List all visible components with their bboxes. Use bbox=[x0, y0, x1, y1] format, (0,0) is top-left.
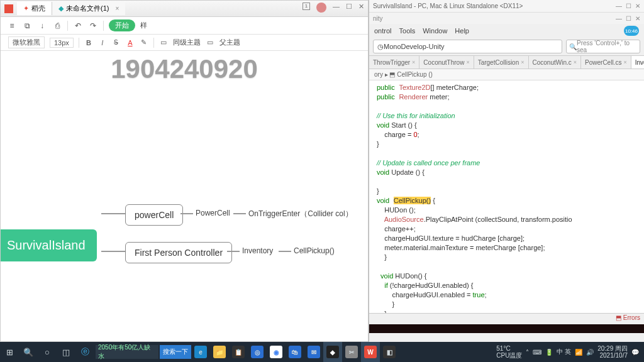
app2-icon[interactable]: ◎ bbox=[248, 342, 267, 362]
cortana-icon[interactable]: ○ bbox=[38, 342, 57, 362]
minimize-icon[interactable]: — bbox=[333, 3, 340, 13]
time-badge: 10:46 bbox=[624, 26, 639, 36]
tab-throwtrigger[interactable]: ThrowTrigger× bbox=[369, 56, 419, 69]
minimize-icon[interactable]: — bbox=[616, 15, 622, 22]
copy-icon[interactable]: ⧉ bbox=[22, 21, 32, 31]
search-button[interactable]: 搜索一下 bbox=[160, 345, 191, 359]
unity-titlebar: SurvivalIsland - PC, Mac & Linux Standal… bbox=[369, 0, 644, 13]
close-icon[interactable]: ✕ bbox=[358, 3, 364, 13]
menu-tools[interactable]: Tools bbox=[399, 27, 416, 35]
node-icon[interactable]: ▭ bbox=[159, 38, 168, 47]
wps-format-bar: 微软雅黑 13px B I S̶ A ✎ ▭ 同级主题 ▭ 父主题 bbox=[1, 35, 368, 51]
system-tray: 51°CCPU温度 ˄ ⌨ 🔋 中 英 📶 🔊 20:29 周四2021/10/… bbox=[491, 345, 644, 359]
tray-up-icon[interactable]: ˄ bbox=[526, 349, 529, 356]
undo-icon[interactable]: ↶ bbox=[73, 21, 83, 31]
minimize-icon[interactable]: — bbox=[616, 3, 622, 9]
unity-icon[interactable]: ◆ bbox=[323, 342, 342, 362]
wps-logo-icon bbox=[4, 4, 13, 13]
sibling-topic[interactable]: 同级主题 bbox=[173, 38, 201, 47]
wifi-icon[interactable]: 📶 bbox=[575, 349, 582, 356]
errors-panel[interactable]: ⬒ Errors bbox=[369, 313, 644, 324]
taskview-icon[interactable]: ◫ bbox=[57, 342, 75, 362]
cpu-temp[interactable]: 51°CCPU温度 bbox=[496, 345, 522, 359]
app1-icon[interactable]: 📋 bbox=[229, 342, 248, 362]
mail-icon[interactable]: ✉ bbox=[304, 342, 323, 362]
menu-window[interactable]: Window bbox=[423, 27, 447, 35]
wps-window: ✦稻壳 ◆未命名文件(1)× 1 — ☐ ✕ ≡ ⧉ ↓ ⎙ ↶ ↷ 开始 样 … bbox=[0, 0, 369, 342]
volume-icon[interactable]: 🔊 bbox=[586, 349, 594, 356]
unity-console[interactable] bbox=[369, 324, 644, 333]
parent-topic[interactable]: 父主题 bbox=[219, 38, 240, 47]
bold-icon[interactable]: B bbox=[84, 39, 93, 47]
project-search[interactable]: ◷ MonoDevelop-Unity bbox=[373, 40, 562, 53]
print-icon[interactable]: ⎙ bbox=[52, 21, 62, 31]
mindmap-canvas[interactable]: 1904240920 SurvivalIsland powerCell Powe… bbox=[1, 51, 368, 341]
node-inventory[interactable]: Inventory bbox=[242, 246, 273, 255]
node-cellpickup[interactable]: CellPickup() bbox=[294, 246, 335, 255]
lang-icon[interactable]: 中 英 bbox=[557, 348, 571, 356]
snip-icon[interactable]: ✂ bbox=[342, 342, 361, 362]
fontcolor-icon[interactable]: A bbox=[126, 39, 135, 47]
maximize-icon[interactable]: ☐ bbox=[626, 15, 631, 22]
mono-titlebar: nity —☐✕ bbox=[369, 13, 644, 24]
menu-control[interactable]: ontrol bbox=[374, 27, 392, 35]
maximize-icon[interactable]: ☐ bbox=[346, 3, 352, 13]
watermark: 1904240920 bbox=[111, 54, 258, 84]
chrome-icon[interactable]: ◉ bbox=[267, 342, 286, 362]
notifications-icon[interactable]: 💬 bbox=[631, 349, 639, 356]
store-icon[interactable]: 🛍 bbox=[286, 342, 304, 362]
tab-daoke[interactable]: ✦稻壳 bbox=[17, 2, 52, 15]
clock[interactable]: 20:29 周四2021/10/7 bbox=[597, 345, 628, 359]
edge-icon[interactable]: e bbox=[191, 342, 210, 362]
close-icon[interactable]: ✕ bbox=[635, 3, 640, 9]
fontsize-select[interactable]: 13px bbox=[50, 38, 74, 48]
menu-help[interactable]: Help bbox=[455, 27, 469, 35]
menu-style[interactable]: 样 bbox=[140, 21, 147, 30]
node2-icon[interactable]: ▭ bbox=[206, 38, 214, 47]
search-icon[interactable]: 🔍 bbox=[19, 342, 38, 362]
font-select[interactable]: 微软雅黑 bbox=[8, 36, 45, 48]
maximize-icon[interactable]: ☐ bbox=[626, 3, 631, 9]
wps-toolbar: ≡ ⧉ ↓ ⎙ ↶ ↷ 开始 样 bbox=[1, 17, 368, 35]
menu-icon[interactable]: ≡ bbox=[7, 21, 17, 31]
redo-icon[interactable]: ↷ bbox=[88, 21, 98, 31]
download-icon[interactable]: ↓ bbox=[37, 21, 47, 31]
code-editor[interactable]: public Texture2D[] meterCharge; public R… bbox=[369, 80, 644, 313]
tab-untitled[interactable]: ◆未命名文件(1)× bbox=[52, 2, 125, 15]
mono-menu: ontrol Tools Window Help 10:46 bbox=[369, 24, 644, 38]
wps-tabstrip: ✦稻壳 ◆未命名文件(1)× 1 — ☐ ✕ bbox=[1, 1, 368, 17]
node-powercell[interactable]: powerCell bbox=[125, 204, 183, 226]
battery-icon[interactable]: 🔋 bbox=[545, 349, 553, 356]
highlight-icon[interactable]: ✎ bbox=[140, 38, 148, 47]
strike-icon[interactable]: S̶ bbox=[112, 38, 121, 47]
bluetooth-icon[interactable]: ⌨ bbox=[533, 349, 541, 356]
close-icon[interactable]: ✕ bbox=[635, 15, 640, 22]
italic-icon[interactable]: I bbox=[98, 39, 107, 47]
wps-window-controls: 1 — ☐ ✕ bbox=[303, 3, 364, 13]
code-tabs: ThrowTrigger× CoconutThrow× TargetCollis… bbox=[369, 55, 644, 69]
close-icon[interactable]: × bbox=[115, 5, 119, 12]
start-button[interactable]: 开始 bbox=[109, 19, 135, 31]
node-powercell-label[interactable]: PowerCell bbox=[196, 209, 230, 217]
notif-icon[interactable]: 1 bbox=[303, 3, 310, 10]
start-icon[interactable]: ⊞ bbox=[0, 342, 19, 362]
search-row: ◷ MonoDevelop-Unity 🔍 Press 'Control+,' … bbox=[369, 38, 644, 55]
node-fpc[interactable]: First Person Controller bbox=[125, 242, 232, 263]
tab-powercell[interactable]: PowerCell.cs× bbox=[581, 56, 631, 69]
avatar[interactable] bbox=[316, 3, 326, 13]
tab-inventory[interactable]: Inventor bbox=[631, 56, 644, 69]
global-search[interactable]: 🔍 Press 'Control+,' to sea bbox=[566, 40, 640, 53]
news-search[interactable]: 2050年有50亿人缺水 bbox=[96, 345, 158, 359]
unity-window: SurvivalIsland - PC, Mac & Linux Standal… bbox=[369, 0, 644, 342]
node-ontrigger[interactable]: OnTriggerEnter（Collider col） bbox=[248, 209, 353, 219]
tab-coconutwin[interactable]: CoconutWin.c× bbox=[529, 56, 582, 69]
ie-icon[interactable]: ⓔ bbox=[75, 342, 94, 362]
wps-icon[interactable]: W bbox=[361, 342, 380, 362]
tab-targetcollision[interactable]: TargetCollision× bbox=[474, 56, 529, 69]
unity-title-text: SurvivalIsland - PC, Mac & Linux Standal… bbox=[373, 3, 523, 9]
tab-coconutthrow[interactable]: CoconutThrow× bbox=[419, 56, 474, 69]
explorer-icon[interactable]: 📁 bbox=[210, 342, 229, 362]
breadcrumb[interactable]: ory ▸ ⬒ CellPickup () bbox=[369, 69, 644, 80]
bg-icon[interactable]: ◧ bbox=[380, 342, 399, 362]
root-node[interactable]: SurvivalIsland bbox=[1, 229, 97, 261]
